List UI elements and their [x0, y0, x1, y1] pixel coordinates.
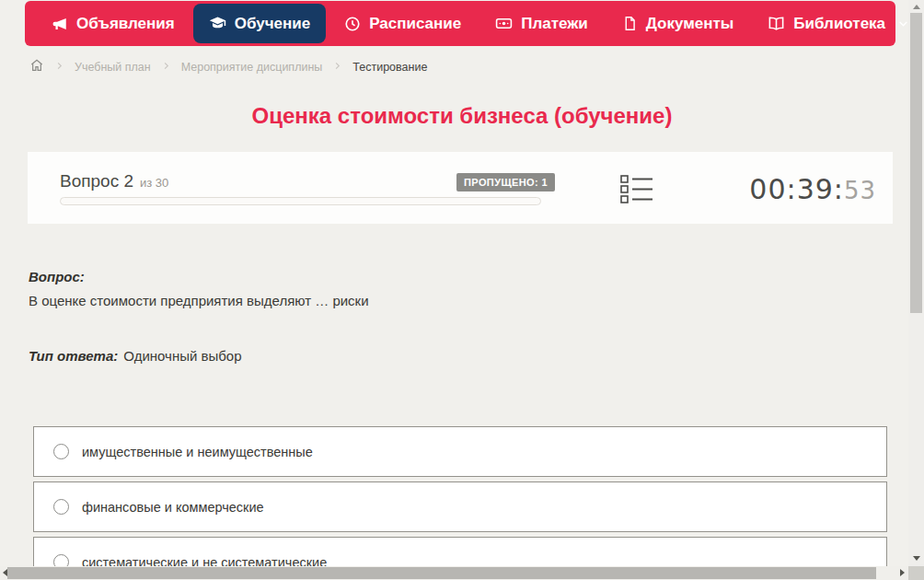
nav-item-label: Документы: [646, 15, 734, 33]
home-icon[interactable]: [29, 58, 44, 75]
breadcrumb-item-testing: Тестирование: [352, 61, 427, 74]
nav-item-label: Обучение: [235, 15, 310, 33]
countdown-timer: 00:39:53: [749, 173, 876, 205]
megaphone-icon: [52, 16, 68, 32]
clock-icon: [344, 16, 361, 32]
graduation-cap-icon: [209, 15, 226, 32]
answer-option-label: финансовые и коммерческие: [82, 500, 264, 515]
scroll-up-arrow[interactable]: [913, 5, 920, 9]
radio-button[interactable]: [53, 499, 69, 515]
question-header-card: Вопрос 2из 30 ПРОПУЩЕНО: 1 00:39:53: [28, 152, 893, 224]
scrollbar-corner: [908, 566, 924, 580]
radio-button[interactable]: [53, 444, 69, 459]
nav-item-learning[interactable]: Обучение: [193, 4, 326, 43]
vertical-scrollbar-thumb[interactable]: [910, 13, 922, 313]
answer-type-label: Тип ответа:: [29, 348, 118, 364]
nav-item-documents[interactable]: Документы: [606, 1, 750, 46]
progress-bar: [60, 197, 541, 205]
horizontal-scrollbar-thumb[interactable]: [7, 567, 876, 579]
question-of-total: из 30: [140, 176, 168, 190]
breadcrumb-item-study-plan[interactable]: Учебный план: [75, 61, 151, 74]
timer-minutes: 00:39:: [749, 173, 844, 205]
timer-seconds: 53: [844, 177, 876, 204]
document-icon: [622, 16, 638, 31]
nav-item-label: Библиотека: [793, 15, 885, 33]
breadcrumb: Учебный план Мероприятие дисциплины Тест…: [29, 58, 427, 75]
page-title: Оценка стоимости бизнеса (обучение): [0, 103, 924, 129]
chevron-right-icon: [161, 61, 171, 74]
nav-item-library[interactable]: Библиотека: [752, 1, 924, 46]
top-nav: Объявления Обучение Расписание Платежи Д…: [25, 1, 895, 46]
question-number: Вопрос 2из 30: [60, 171, 168, 191]
nav-item-schedule[interactable]: Расписание: [329, 1, 477, 46]
nav-item-label: Объявления: [76, 15, 175, 33]
scroll-down-arrow[interactable]: [913, 556, 920, 561]
answer-option[interactable]: имущественные и неимущественные: [33, 426, 887, 477]
answer-type-value: Одиночный выбор: [123, 348, 241, 364]
open-book-icon: [768, 15, 785, 32]
skipped-badge: ПРОПУЩЕНО: 1: [456, 173, 555, 191]
scroll-left-arrow[interactable]: [3, 569, 7, 576]
chevron-right-icon: [54, 61, 64, 74]
answer-option[interactable]: финансовые и коммерческие: [33, 481, 887, 532]
nav-item-announcements[interactable]: Объявления: [36, 1, 191, 46]
nav-item-label: Платежи: [521, 15, 588, 33]
chevron-right-icon: [332, 61, 342, 74]
nav-item-payments[interactable]: Платежи: [479, 1, 604, 46]
answer-option-label: имущественные и неимущественные: [82, 445, 313, 459]
question-number-label: Вопрос 2: [60, 171, 133, 191]
page: Объявления Обучение Расписание Платежи Д…: [0, 0, 924, 580]
nav-item-label: Расписание: [369, 15, 461, 33]
breadcrumb-item-discipline-event[interactable]: Мероприятие дисциплины: [181, 61, 323, 74]
answer-type-row: Тип ответа:Одиночный выбор: [29, 348, 242, 364]
banknote-icon: [495, 15, 513, 32]
question-list-icon[interactable]: [620, 175, 653, 207]
scroll-right-arrow[interactable]: [900, 569, 905, 576]
question-label: Вопрос:: [29, 269, 85, 284]
question-text: В оценке стоимости предприятия выделяют …: [29, 293, 369, 308]
